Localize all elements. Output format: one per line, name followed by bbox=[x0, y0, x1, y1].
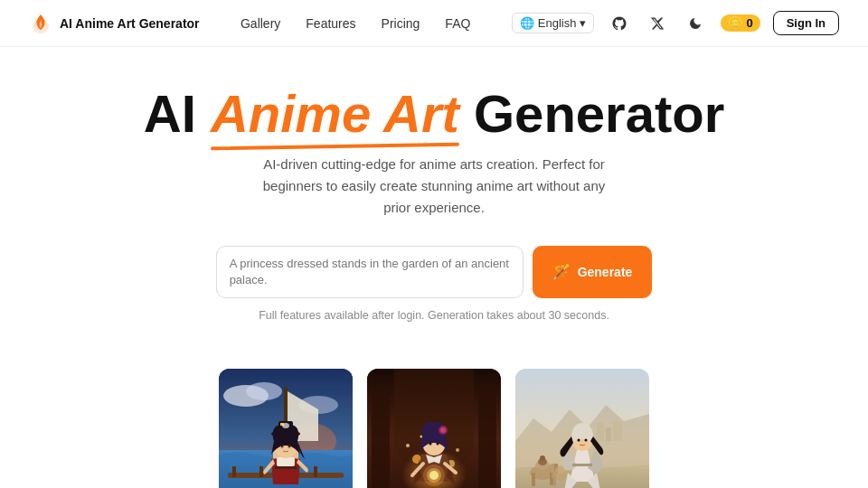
title-ai: AI bbox=[144, 84, 211, 143]
gallery-card-2[interactable]: Girl Magic bbox=[367, 369, 501, 488]
svg-rect-44 bbox=[597, 423, 604, 441]
generate-button[interactable]: 🪄 Generate bbox=[533, 246, 653, 298]
svg-rect-26 bbox=[372, 387, 390, 488]
generate-label: Generate bbox=[578, 265, 633, 279]
wand-icon: 🪄 bbox=[552, 263, 571, 280]
moon-icon bbox=[688, 16, 703, 31]
svg-point-61 bbox=[578, 439, 580, 442]
logo-text: AI Anime Art Generator bbox=[60, 16, 200, 31]
svg-point-22 bbox=[281, 446, 283, 447]
twitter-icon bbox=[650, 16, 665, 31]
mage-girl-illustration bbox=[367, 369, 501, 488]
hero-subtitle: AI-driven cutting-edge for anime arts cr… bbox=[262, 154, 606, 219]
hint-text: Full features available after login. Gen… bbox=[18, 309, 850, 322]
coin-balance[interactable]: 🪙 0 bbox=[721, 14, 760, 32]
prompt-input[interactable] bbox=[230, 256, 510, 288]
svg-rect-63 bbox=[572, 464, 592, 466]
svg-point-39 bbox=[437, 443, 439, 446]
logo-icon bbox=[29, 12, 52, 35]
svg-point-32 bbox=[406, 444, 410, 447]
gallery-card-3[interactable]: Girl Desert bbox=[515, 369, 649, 488]
lang-label: English bbox=[538, 16, 577, 30]
svg-point-19 bbox=[282, 423, 289, 428]
pirate-girl-illustration bbox=[219, 369, 353, 488]
header: AI Anime Art Generator Gallery Features … bbox=[0, 0, 868, 47]
header-right: 🌐 English ▾ 🪙 0 Sign In bbox=[512, 11, 839, 36]
main-nav: Gallery Features Pricing FAQ bbox=[241, 16, 470, 31]
title-anime-art: Anime Art bbox=[211, 84, 459, 143]
svg-rect-56 bbox=[553, 475, 556, 486]
gallery-card-1[interactable]: Girl Sea bbox=[219, 369, 353, 488]
nav-gallery[interactable]: Gallery bbox=[241, 16, 280, 31]
svg-point-23 bbox=[288, 446, 290, 447]
nav-pricing[interactable]: Pricing bbox=[382, 16, 420, 31]
dark-mode-button[interactable] bbox=[683, 11, 708, 36]
svg-rect-8 bbox=[232, 466, 236, 477]
nav-faq[interactable]: FAQ bbox=[445, 16, 470, 31]
desert-traveler-illustration bbox=[515, 369, 649, 488]
svg-point-37 bbox=[440, 427, 446, 433]
logo[interactable]: AI Anime Art Generator bbox=[29, 12, 200, 35]
title-generator: Generator bbox=[459, 84, 724, 143]
chevron-down-icon: ▾ bbox=[580, 16, 586, 30]
prompt-area: 🪄 Generate bbox=[18, 246, 850, 298]
gallery: Girl Sea bbox=[0, 369, 868, 488]
svg-point-3 bbox=[246, 382, 282, 400]
svg-rect-45 bbox=[606, 427, 611, 441]
svg-point-54 bbox=[540, 455, 545, 461]
svg-point-62 bbox=[585, 439, 588, 442]
sign-in-button[interactable]: Sign In bbox=[773, 11, 839, 35]
svg-point-29 bbox=[412, 455, 421, 464]
lang-flag: 🌐 bbox=[520, 16, 534, 30]
twitter-button[interactable] bbox=[645, 11, 670, 36]
svg-rect-24 bbox=[275, 466, 297, 469]
coin-icon: 🪙 bbox=[728, 16, 742, 30]
svg-rect-48 bbox=[532, 473, 535, 486]
nav-features[interactable]: Features bbox=[306, 16, 355, 31]
svg-rect-46 bbox=[613, 421, 622, 441]
svg-point-42 bbox=[429, 471, 439, 480]
hero-section: AI Anime Art Generator AI-driven cutting… bbox=[0, 47, 868, 488]
hero-title: AI Anime Art Generator bbox=[18, 85, 850, 143]
svg-rect-14 bbox=[277, 457, 295, 466]
github-button[interactable] bbox=[607, 11, 632, 36]
svg-point-38 bbox=[429, 443, 432, 446]
svg-rect-11 bbox=[314, 466, 317, 477]
svg-rect-9 bbox=[259, 466, 263, 477]
coin-count: 0 bbox=[746, 16, 752, 30]
prompt-input-wrap bbox=[216, 246, 524, 298]
github-icon bbox=[611, 15, 627, 32]
svg-rect-27 bbox=[478, 387, 496, 488]
svg-point-33 bbox=[456, 448, 459, 452]
language-selector[interactable]: 🌐 English ▾ bbox=[512, 13, 595, 33]
